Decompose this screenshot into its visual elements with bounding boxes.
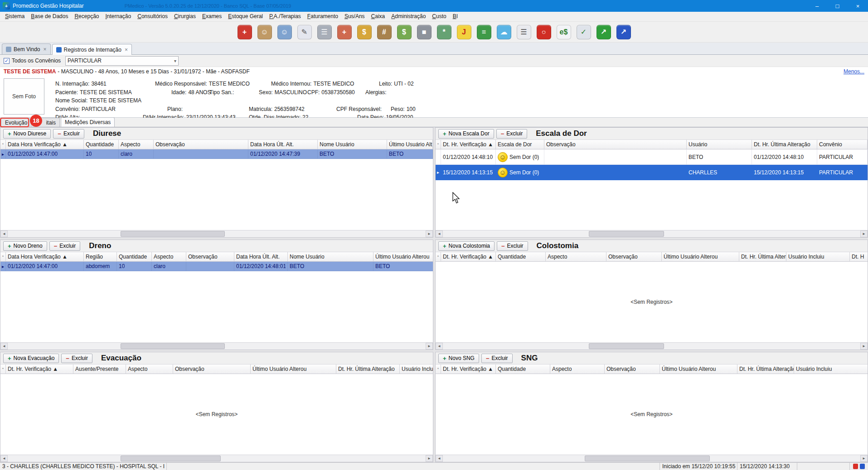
table-row[interactable]: ▸01/12/2020 14:47:0010claro01/12/2020 14… xyxy=(0,149,433,159)
esocial-icon[interactable]: e$ xyxy=(557,25,571,39)
column-header[interactable]: Aspecto xyxy=(126,364,173,374)
table-row[interactable]: 01/12/2020 14:48:10☺Sem Dor (0)BETO01/12… xyxy=(436,149,868,165)
column-header[interactable]: Região xyxy=(84,252,117,262)
column-header[interactable]: Dt. Hr. Verificação ▲ xyxy=(441,140,496,149)
scroll-thumb[interactable] xyxy=(589,231,664,237)
table-cell[interactable]: PARTICULAR xyxy=(817,165,868,180)
table-cell[interactable]: 01/12/2020 14:47:00 xyxy=(6,262,84,271)
dreno-hscrollbar[interactable]: ◄ ► xyxy=(0,342,433,350)
novo-sng-button[interactable]: +Novo SNG xyxy=(438,354,479,363)
column-header[interactable]: Usuário Incluiu xyxy=(794,364,868,374)
menu-item[interactable]: Sus/Ans xyxy=(341,12,368,21)
scroll-right-button[interactable]: ► xyxy=(860,343,868,350)
table-cell[interactable]: 01/12/2020 14:47:00 xyxy=(6,149,84,159)
grid-options-button[interactable]: * xyxy=(436,140,441,149)
tab-bem-vindo[interactable]: Bem Vindo × xyxy=(2,43,51,54)
column-header[interactable]: Dt. Hr. Última Alteração xyxy=(752,140,817,149)
menu-item[interactable]: Caixa xyxy=(368,12,388,21)
grid-options-button[interactable]: * xyxy=(0,140,6,149)
table-cell[interactable]: 15/12/2020 14:13:15 xyxy=(752,165,817,180)
table-cell[interactable]: 10 xyxy=(117,262,152,271)
notes-icon[interactable]: ✓ xyxy=(577,25,591,39)
scroll-track[interactable] xyxy=(8,343,426,350)
tab-medicoes-diversas[interactable]: Medições Diversas xyxy=(61,117,115,127)
scroll-left-button[interactable]: ◄ xyxy=(436,230,443,237)
column-header[interactable]: Último Usuário Alterou xyxy=(373,252,433,262)
column-header[interactable]: Dt. H xyxy=(850,252,868,262)
table-cell[interactable]: 15/12/2020 14:13:15 xyxy=(441,165,496,180)
sng-hscrollbar[interactable]: ◄ ► xyxy=(436,455,868,462)
escala-dor-grid[interactable]: *Dt. Hr. Verificação ▲Escala de DorObser… xyxy=(436,140,868,230)
diurese-hscrollbar[interactable]: ◄ ► xyxy=(0,230,433,237)
scroll-left-button[interactable]: ◄ xyxy=(0,230,8,237)
tab-registros-internacao[interactable]: Registros de Internação × xyxy=(52,44,132,55)
nova-evacuacao-button[interactable]: +Nova Evacuação xyxy=(3,354,59,363)
table-cell[interactable]: BETO xyxy=(387,149,433,159)
excluir-escala-dor-button[interactable]: −Excluir xyxy=(496,129,528,139)
scroll-thumb[interactable] xyxy=(121,231,225,237)
menu-item[interactable]: Exames xyxy=(199,12,225,21)
evacuacao-grid[interactable]: *Dt. Hr. Verificação ▲Ausente/PresenteAs… xyxy=(0,364,433,455)
scroll-track[interactable] xyxy=(443,455,860,462)
table-cell[interactable]: BETO xyxy=(687,149,752,165)
excluir-sng-button[interactable]: −Excluir xyxy=(481,354,513,363)
menu-item[interactable]: Estoque Geral xyxy=(225,12,266,21)
column-header[interactable]: Observação xyxy=(606,252,662,262)
column-header[interactable]: Convênio xyxy=(817,140,868,149)
table-cell[interactable]: 10 xyxy=(84,149,119,159)
phone-icon[interactable]: J xyxy=(457,25,471,39)
column-header[interactable]: Aspecto xyxy=(546,252,606,262)
chart-green-icon[interactable]: ↗ xyxy=(596,25,611,39)
table-cell[interactable]: claro xyxy=(119,149,154,159)
emergency-icon[interactable]: + xyxy=(238,25,252,39)
table-cell[interactable] xyxy=(544,149,687,165)
novo-dreno-button[interactable]: +Novo Dreno xyxy=(3,241,47,251)
menu-item[interactable]: Faturamento xyxy=(304,12,341,21)
column-header[interactable]: Observação xyxy=(605,364,660,374)
scroll-track[interactable] xyxy=(8,455,426,462)
diurese-grid[interactable]: *Data Hora Verificação ▲QuantidadeAspect… xyxy=(0,140,433,230)
menu-item[interactable]: Custo xyxy=(429,12,449,21)
chart-blue-icon[interactable]: ↗ xyxy=(616,25,631,39)
scroll-track[interactable] xyxy=(8,230,426,237)
menu-item[interactable]: Sistema xyxy=(2,12,28,21)
table-cell[interactable]: CHARLLES xyxy=(687,165,752,180)
table-cell[interactable]: 01/12/2020 14:48:10 xyxy=(441,149,496,165)
close-button[interactable]: × xyxy=(848,0,868,12)
column-header[interactable]: Último Usuário Alterou xyxy=(662,252,739,262)
convenio-select[interactable]: PARTICULAR ▾ xyxy=(65,56,179,66)
table-cell[interactable]: 01/12/2020 14:48:10 xyxy=(752,149,817,165)
menu-item[interactable]: Internação xyxy=(102,12,134,21)
scroll-right-button[interactable]: ► xyxy=(426,230,433,237)
table-cell[interactable]: 01/12/2020 14:47:39 xyxy=(248,149,318,159)
column-header[interactable]: Quantidade xyxy=(496,364,550,374)
column-header[interactable]: Observação xyxy=(544,140,687,149)
scroll-right-button[interactable]: ► xyxy=(860,455,868,462)
column-header[interactable]: Escala de Dor xyxy=(496,140,544,149)
column-header[interactable]: Observação xyxy=(186,252,234,262)
column-header[interactable]: Último Usuário Alterou xyxy=(251,364,336,374)
column-header[interactable]: Último Usuário Alt xyxy=(387,140,433,149)
column-header[interactable]: Quantidade xyxy=(117,252,152,262)
close-tab-icon[interactable]: × xyxy=(43,46,46,53)
chat-icon[interactable]: ☁ xyxy=(497,25,511,39)
table-cell[interactable]: PARTICULAR xyxy=(817,149,868,165)
menos-link[interactable]: Menos... xyxy=(844,68,864,75)
table-cell[interactable]: claro xyxy=(152,262,186,271)
table-cell[interactable]: BETO xyxy=(288,262,373,271)
scroll-track[interactable] xyxy=(443,343,860,350)
book-icon[interactable]: ≡ xyxy=(477,25,491,39)
todos-convenios-checkbox[interactable]: ✓ xyxy=(4,58,10,64)
column-header[interactable]: Ausente/Presente xyxy=(73,364,126,374)
nova-colostomia-button[interactable]: +Nova Colostomia xyxy=(438,241,495,251)
scroll-thumb[interactable] xyxy=(121,343,225,349)
evacuacao-hscrollbar[interactable]: ◄ ► xyxy=(0,455,433,462)
column-header[interactable]: Dt. Hr. Verificação ▲ xyxy=(441,364,496,374)
column-header[interactable]: Data Hora Últ. Alt. xyxy=(234,252,288,262)
column-header[interactable]: Data Hora Verificação ▲ xyxy=(6,140,84,149)
table-row[interactable]: ▸01/12/2020 14:47:00abdomem10claro01/12/… xyxy=(0,262,433,271)
scroll-thumb[interactable] xyxy=(589,343,664,349)
column-header[interactable]: Usuário Incluiu xyxy=(400,364,433,374)
column-header[interactable]: Usuário xyxy=(687,140,752,149)
column-header[interactable]: Quantidade xyxy=(84,140,119,149)
